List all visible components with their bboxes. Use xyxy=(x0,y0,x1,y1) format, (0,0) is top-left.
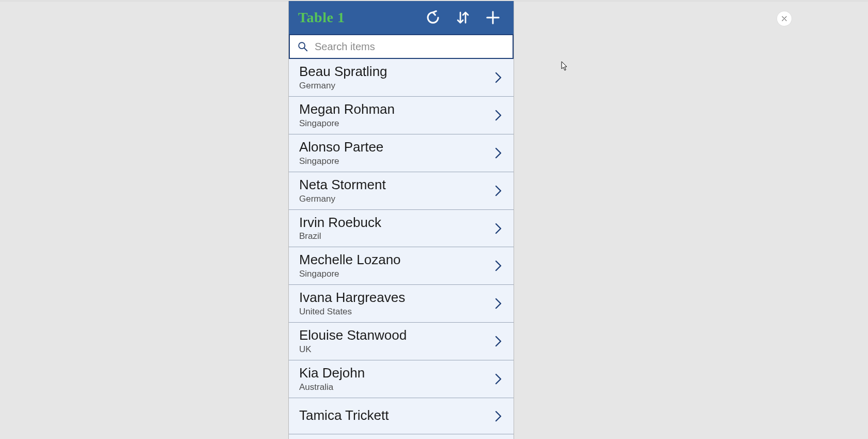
list-item-country: Singapore xyxy=(299,269,492,279)
search-container xyxy=(289,34,514,59)
close-icon xyxy=(781,15,788,22)
add-button[interactable] xyxy=(482,6,504,29)
chevron-right-icon xyxy=(492,71,504,84)
sort-icon xyxy=(455,10,471,25)
list-item-name: Megan Rohman xyxy=(299,102,492,117)
list-item-texts: Mechelle LozanoSingapore xyxy=(299,252,492,279)
search-box[interactable] xyxy=(289,34,514,59)
list-item-country: Germany xyxy=(299,194,492,204)
items-list: Beau SpratlingGermanyMegan RohmanSingapo… xyxy=(289,59,514,434)
list-item[interactable]: Tamica Trickett xyxy=(289,398,514,434)
list-item-name: Alonso Partee xyxy=(299,140,492,155)
chevron-right-icon xyxy=(492,185,504,197)
list-item[interactable]: Neta StormentGermany xyxy=(289,172,514,210)
app-panel: Table 1 Beau Sprat xyxy=(288,1,514,439)
list-item-country: Germany xyxy=(299,81,492,91)
mouse-cursor-icon xyxy=(561,61,568,71)
list-item-name: Tamica Trickett xyxy=(299,408,492,423)
close-button[interactable] xyxy=(777,11,792,26)
list-item[interactable]: Ivana HargreavesUnited States xyxy=(289,285,514,323)
chevron-right-icon xyxy=(492,297,504,310)
list-item[interactable]: Elouise StanwoodUK xyxy=(289,323,514,360)
list-item-name: Beau Spratling xyxy=(299,64,492,80)
list-item[interactable]: Beau SpratlingGermany xyxy=(289,59,514,97)
list-item-texts: Irvin RoebuckBrazil xyxy=(299,215,492,242)
list-item-texts: Beau SpratlingGermany xyxy=(299,64,492,91)
list-item-texts: Megan RohmanSingapore xyxy=(299,102,492,129)
search-input[interactable] xyxy=(315,41,505,53)
chevron-right-icon xyxy=(492,335,504,347)
list-item[interactable]: Kia DejohnAustralia xyxy=(289,360,514,398)
list-item-country: UK xyxy=(299,344,492,355)
chevron-right-icon xyxy=(492,260,504,272)
list-item-texts: Elouise StanwoodUK xyxy=(299,328,492,355)
svg-line-1 xyxy=(304,48,307,51)
chevron-right-icon xyxy=(492,147,504,159)
refresh-button[interactable] xyxy=(422,6,444,29)
list-item-name: Neta Storment xyxy=(299,177,492,193)
chevron-right-icon xyxy=(492,222,504,235)
chevron-right-icon xyxy=(492,410,504,422)
list-item-texts: Ivana HargreavesUnited States xyxy=(299,290,492,317)
refresh-icon xyxy=(425,10,441,25)
list-item-texts: Neta StormentGermany xyxy=(299,177,492,204)
list-item-name: Elouise Stanwood xyxy=(299,328,492,343)
chevron-right-icon xyxy=(492,109,504,122)
app-title: Table 1 xyxy=(298,9,414,26)
list-item-name: Irvin Roebuck xyxy=(299,215,492,231)
list-item-name: Kia Dejohn xyxy=(299,366,492,381)
list-item[interactable]: Mechelle LozanoSingapore xyxy=(289,247,514,285)
list-item-country: Australia xyxy=(299,382,492,392)
list-item-country: United States xyxy=(299,307,492,317)
list-item-texts: Alonso ParteeSingapore xyxy=(299,140,492,166)
app-header: Table 1 xyxy=(289,1,514,34)
plus-icon xyxy=(485,10,501,25)
list-item[interactable]: Megan RohmanSingapore xyxy=(289,97,514,134)
list-item-name: Ivana Hargreaves xyxy=(299,290,492,306)
list-item-country: Singapore xyxy=(299,118,492,129)
list-item[interactable]: Irvin RoebuckBrazil xyxy=(289,210,514,248)
list-item-texts: Tamica Trickett xyxy=(299,408,492,425)
list-item-country: Singapore xyxy=(299,156,492,166)
list-item-texts: Kia DejohnAustralia xyxy=(299,366,492,392)
list-item[interactable]: Alonso ParteeSingapore xyxy=(289,134,514,172)
chevron-right-icon xyxy=(492,373,504,385)
search-icon xyxy=(297,41,308,52)
list-item-country: Brazil xyxy=(299,231,492,241)
list-item-name: Mechelle Lozano xyxy=(299,252,492,268)
sort-button[interactable] xyxy=(452,6,474,29)
